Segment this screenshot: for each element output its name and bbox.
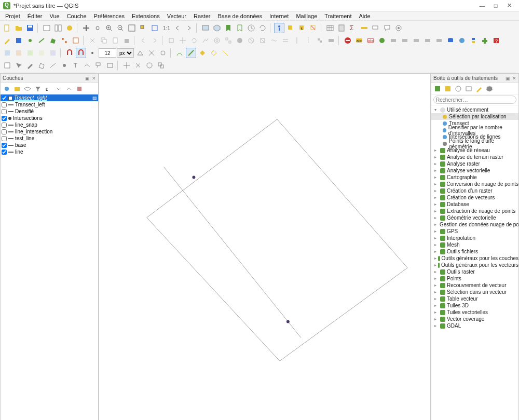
- vertex-tool-button[interactable]: [59, 35, 70, 46]
- menu-internet[interactable]: Internet: [266, 12, 292, 20]
- snapping-intersection-button[interactable]: [146, 48, 157, 58]
- merge-attrs-button[interactable]: [326, 35, 336, 46]
- processing-group-item[interactable]: ▸Outils raster: [431, 268, 518, 275]
- layer-visibility-checkbox[interactable]: [2, 109, 7, 114]
- processing-group-item[interactable]: ▸Tuiles 3D: [431, 302, 518, 309]
- layer-visibility-checkbox[interactable]: [2, 150, 7, 155]
- metasearch-button[interactable]: [457, 35, 467, 46]
- reshape-button[interactable]: [269, 35, 279, 46]
- layer-expand-button[interactable]: [54, 84, 63, 93]
- annot-edit-button[interactable]: [25, 60, 35, 71]
- window-minimize-button[interactable]: —: [475, 3, 489, 9]
- layer-visibility-checkbox[interactable]: [2, 143, 7, 148]
- no-action-button[interactable]: [343, 35, 353, 46]
- map-tips-button[interactable]: [371, 23, 381, 33]
- menu-raster[interactable]: Raster: [190, 12, 213, 20]
- snapping-self-button[interactable]: [158, 48, 168, 58]
- pan-to-selection-button[interactable]: [92, 23, 103, 33]
- snapping-tolerance-spinbox[interactable]: px: [99, 48, 134, 58]
- print-layout-button[interactable]: [42, 23, 52, 33]
- processing-panel-close-icon[interactable]: ✕: [512, 76, 516, 81]
- annot-select-button[interactable]: [13, 60, 24, 71]
- zoom-full-button[interactable]: [127, 23, 137, 33]
- field-calculator-button[interactable]: [336, 23, 347, 33]
- menu-couche[interactable]: Couche: [64, 12, 90, 20]
- annot-move-button[interactable]: [121, 60, 132, 71]
- toggle-editing-button[interactable]: [2, 35, 12, 46]
- menu-traitement[interactable]: Traitement: [321, 12, 354, 20]
- layer-visibility-checkbox[interactable]: [2, 123, 7, 128]
- processing-group-item[interactable]: ▸Sélection dans un vecteur: [431, 289, 518, 295]
- save-edits-button[interactable]: [13, 35, 24, 46]
- processing-group-item[interactable]: ▸Recouvrement de vecteur: [431, 282, 518, 289]
- processing-group-item[interactable]: ▸Cartographie: [431, 174, 518, 181]
- processing-options-button[interactable]: [485, 84, 494, 93]
- processing-group-item[interactable]: ▸Tuiles vectorielles: [431, 309, 518, 316]
- add-part-button[interactable]: [223, 35, 234, 46]
- processing-script-button[interactable]: [443, 84, 453, 93]
- enable-tracing-button[interactable]: [186, 48, 196, 58]
- open-attribute-table-button[interactable]: [325, 23, 335, 33]
- layer-remove-button[interactable]: [75, 84, 84, 93]
- layer-item[interactable]: Transect_left: [1, 101, 98, 108]
- layer-item[interactable]: line_intersection: [1, 128, 98, 135]
- temporal-controller-button[interactable]: [246, 23, 256, 33]
- redo-button[interactable]: [149, 35, 160, 46]
- menu-projet[interactable]: Projet: [2, 12, 23, 20]
- processing-search-input[interactable]: [433, 96, 516, 104]
- plugin-manager-button[interactable]: [480, 35, 490, 46]
- refresh-button[interactable]: [257, 23, 268, 33]
- new-3d-view-button[interactable]: [212, 23, 222, 33]
- menu-aide[interactable]: Aide: [356, 12, 374, 20]
- style-manager-button[interactable]: [64, 23, 75, 33]
- new-bookmark-button[interactable]: [223, 23, 234, 33]
- layer-visibility-checkbox[interactable]: [2, 116, 7, 121]
- zoom-in-button[interactable]: [104, 23, 114, 33]
- rotate-feature-button[interactable]: [189, 35, 199, 46]
- merge-features-button[interactable]: [315, 35, 325, 46]
- layers-panel-close-icon[interactable]: ✕: [92, 76, 96, 81]
- annot-text-along-button[interactable]: [82, 60, 92, 71]
- zoom-selection-button[interactable]: [138, 23, 148, 33]
- processing-group-item[interactable]: ▸Création de vecteurs: [431, 194, 518, 201]
- annot-arrange-button[interactable]: [156, 60, 166, 71]
- zoom-next-button[interactable]: [184, 23, 194, 33]
- annot-polygon-button[interactable]: [36, 60, 47, 71]
- annot-props-button[interactable]: [144, 60, 155, 71]
- new-memory-layer-button[interactable]: [36, 48, 47, 58]
- processing-algorithm-item[interactable]: Densifier par le nombre d'intervalles: [431, 127, 518, 133]
- layer-style-button[interactable]: [2, 84, 11, 93]
- enable-snapping-button[interactable]: [76, 48, 86, 58]
- processing-group-item[interactable]: ▸Géométrie vectorielle: [431, 214, 518, 221]
- layer-visibility-checkbox[interactable]: [2, 96, 7, 101]
- window-maximize-button[interactable]: □: [489, 3, 502, 9]
- fill-ring-button[interactable]: [235, 35, 245, 46]
- layer-visibility-checkbox[interactable]: [2, 136, 7, 141]
- simplify-feature-button[interactable]: [200, 35, 211, 46]
- label-toolbar-1[interactable]: [388, 35, 399, 46]
- layer-collapse-button[interactable]: [64, 84, 74, 93]
- annot-create-button[interactable]: [2, 60, 12, 71]
- processing-edit-in-place-button[interactable]: [474, 84, 484, 93]
- menu-base-de-donn-es[interactable]: Base de données: [214, 12, 265, 20]
- processing-group-item[interactable]: ▸GDAL: [431, 322, 518, 329]
- delete-selected-button[interactable]: [121, 35, 132, 46]
- zoom-out-button[interactable]: [115, 23, 126, 33]
- processing-group-item[interactable]: ▸Vector coverage: [431, 316, 518, 322]
- deselect-button[interactable]: [308, 23, 319, 33]
- layer-expr-button[interactable]: ε: [44, 84, 53, 93]
- menu-vecteur[interactable]: Vecteur: [164, 12, 189, 20]
- digitize-shape-button[interactable]: [166, 35, 176, 46]
- undo-button[interactable]: [138, 35, 148, 46]
- zoom-native-button[interactable]: 1:1: [161, 23, 171, 33]
- new-map-view-button[interactable]: [200, 23, 211, 33]
- zoom-layer-button[interactable]: [149, 23, 160, 33]
- processing-algorithm-item[interactable]: Sélection par localisation: [431, 113, 518, 120]
- toolbox-button[interactable]: [393, 23, 404, 33]
- layer-item[interactable]: Densifié: [1, 108, 98, 115]
- select-features-button[interactable]: [285, 23, 296, 33]
- layer-add-group-button[interactable]: [12, 84, 22, 93]
- snapping-tolerance-input[interactable]: [99, 48, 116, 58]
- processing-group-item[interactable]: ▸Outils généraux pour les vecteurs: [431, 262, 518, 268]
- modify-attributes-button[interactable]: [71, 35, 81, 46]
